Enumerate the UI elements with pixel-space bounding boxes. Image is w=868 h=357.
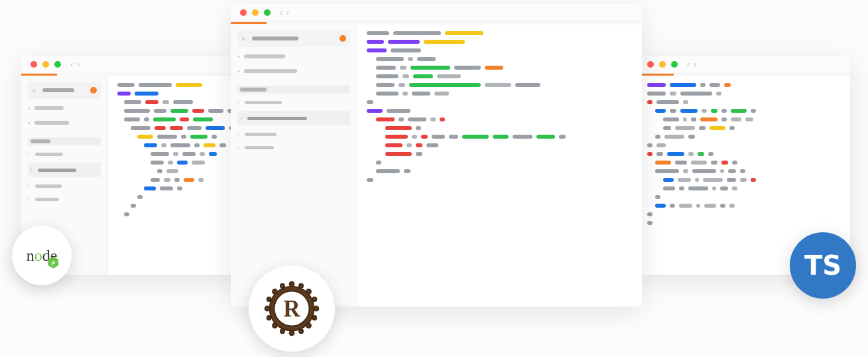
code-line: [117, 100, 234, 104]
code-token: [485, 83, 511, 87]
code-token: [667, 152, 684, 156]
code-token: [153, 117, 176, 121]
sidebar: ×••››››: [231, 25, 357, 307]
close-button[interactable]: [240, 9, 247, 16]
code-token: [144, 117, 149, 121]
titlebar[interactable]: ‹›: [21, 56, 243, 74]
file-tree-item[interactable]: ›: [237, 111, 350, 125]
back-button[interactable]: ‹: [687, 60, 690, 69]
zoom-button[interactable]: [264, 9, 271, 16]
minimize-button[interactable]: [659, 61, 666, 68]
svg-point-15: [312, 297, 316, 301]
code-token: [144, 143, 157, 147]
code-token: [700, 83, 706, 87]
code-token: [729, 126, 735, 130]
file-tree-item[interactable]: ›: [237, 98, 350, 107]
code-line: [117, 143, 234, 147]
file-tree-item[interactable]: ›: [28, 181, 101, 190]
file-tree-item[interactable]: ›: [28, 149, 101, 159]
code-line: [367, 126, 633, 130]
open-file-tab[interactable]: •: [28, 103, 101, 113]
section-label-chip: [31, 139, 50, 143]
file-tree-item[interactable]: ›: [28, 163, 101, 177]
file-tree-item[interactable]: ›: [237, 129, 350, 139]
file-name-chip: [245, 146, 274, 149]
code-token: [367, 48, 387, 52]
titlebar[interactable]: ‹›: [638, 56, 850, 74]
close-tab-icon[interactable]: ×: [241, 35, 248, 42]
forward-button[interactable]: ›: [286, 8, 289, 17]
titlebar[interactable]: ‹›: [231, 4, 642, 22]
code-token: [144, 186, 156, 190]
code-token: [740, 178, 747, 182]
code-token: [485, 66, 503, 70]
code-token: [413, 74, 433, 78]
forward-button[interactable]: ›: [694, 60, 696, 69]
sidebar-section-header[interactable]: [237, 86, 350, 94]
code-line: [117, 83, 234, 87]
code-token: [421, 135, 428, 139]
nav-arrows: ‹›: [280, 8, 289, 17]
file-tree-item[interactable]: ›: [28, 194, 101, 204]
editor-body: ×••››››: [231, 25, 642, 307]
open-file-tab[interactable]: •: [237, 66, 350, 76]
code-line: [647, 212, 841, 216]
close-tab-icon[interactable]: ×: [32, 87, 38, 94]
code-token: [432, 135, 445, 139]
code-area[interactable]: [357, 25, 642, 307]
code-token: [711, 161, 717, 165]
code-token: [729, 204, 735, 208]
code-token: [367, 100, 373, 104]
node-hex-icon: js: [48, 257, 58, 269]
code-line: [117, 178, 234, 182]
back-button[interactable]: ‹: [280, 8, 282, 17]
code-token: [691, 161, 707, 165]
code-token: [695, 178, 699, 182]
code-token: [177, 186, 182, 190]
code-area[interactable]: [108, 76, 243, 275]
code-token: [124, 212, 129, 216]
code-token: [393, 31, 441, 35]
code-token: [376, 117, 395, 121]
zoom-button[interactable]: [54, 61, 61, 68]
code-token: [416, 143, 422, 147]
code-token: [403, 74, 409, 78]
close-button[interactable]: [31, 61, 37, 68]
code-token: [131, 204, 136, 208]
code-token: [647, 83, 666, 87]
code-line: [367, 83, 633, 87]
close-button[interactable]: [647, 61, 654, 68]
code-token: [170, 109, 188, 113]
back-button[interactable]: ‹: [70, 60, 73, 69]
zoom-button[interactable]: [671, 61, 678, 68]
code-token: [663, 126, 671, 130]
code-token: [678, 178, 691, 182]
open-file-tab[interactable]: •: [28, 117, 101, 128]
active-tab-indicator: [638, 74, 674, 76]
open-file-tab[interactable]: •: [237, 51, 350, 62]
code-token: [655, 169, 679, 173]
code-token: [190, 135, 208, 139]
code-token: [416, 126, 421, 130]
section-label-chip: [240, 88, 267, 92]
code-token: [437, 74, 461, 78]
code-token: [702, 109, 707, 113]
code-token: [399, 117, 404, 121]
file-tree-item[interactable]: ›: [237, 143, 350, 152]
minimize-button[interactable]: [252, 9, 259, 16]
code-token: [699, 126, 706, 130]
code-token: [367, 40, 384, 44]
forward-button[interactable]: ›: [77, 60, 80, 69]
open-file-tab[interactable]: ×: [237, 30, 350, 47]
code-token: [162, 100, 169, 104]
code-token: [703, 178, 723, 182]
nav-arrows: ‹›: [70, 60, 80, 69]
minimize-button[interactable]: [42, 61, 49, 68]
sidebar-section-header[interactable]: [28, 137, 101, 145]
open-file-tab[interactable]: ×: [28, 82, 101, 99]
code-token: [656, 152, 663, 156]
code-token: [721, 109, 727, 113]
code-token: [440, 117, 445, 121]
code-line: [647, 169, 841, 173]
code-token: [728, 169, 736, 173]
